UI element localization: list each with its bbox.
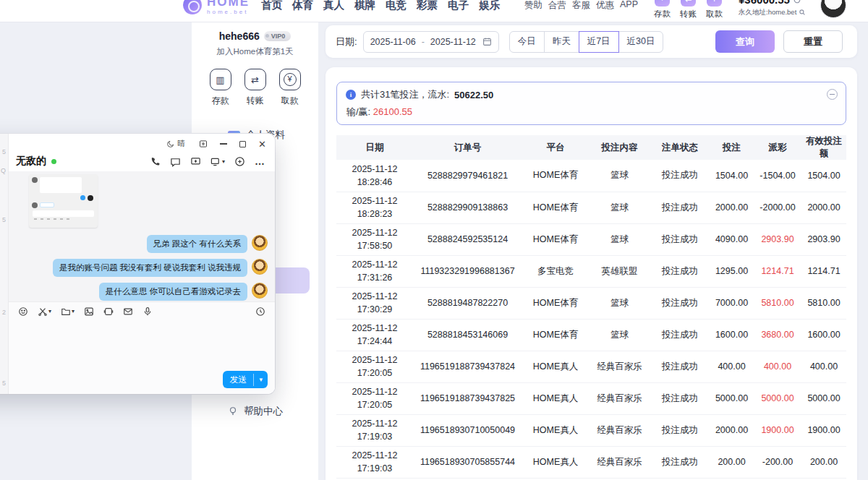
cell-status: 投注成功	[650, 287, 710, 319]
navbar-wallet-action[interactable]: 取款	[706, 0, 723, 20]
close-button[interactable]: ✕	[258, 140, 266, 149]
nav-link[interactable]: 首页	[261, 0, 282, 12]
chat-message: 是什么意思 你可以自己看游戏记录去	[16, 283, 268, 301]
secondary-link[interactable]: 优惠	[596, 0, 614, 12]
filter-bar: 日期: 2025-11-06 - 2025-11-12 今日昨天近7日近30日 …	[326, 25, 857, 58]
nav-link[interactable]: 棋牌	[354, 0, 375, 12]
message-bubble[interactable]: 是我的账号问题 我没有套利 硬说我套利 说我违规	[53, 259, 247, 277]
cell-date: 2025-11-1217:30:29	[336, 287, 413, 319]
records-panel: 共计31笔投注，流水: 50622.50 输/赢: 26100.55 日期订单号…	[326, 67, 857, 480]
range-button[interactable]: 近7日	[579, 31, 619, 53]
navbar-wallet-actions: 存款 转账 取款	[654, 0, 723, 20]
message-bubble[interactable]: 兄弟 跟这个 有什么关系	[147, 235, 247, 253]
nav-link[interactable]: 电子	[448, 0, 469, 12]
attachment-image[interactable]	[29, 174, 98, 228]
table-header-cell: 日期	[336, 135, 413, 160]
image-icon[interactable]	[84, 307, 94, 317]
send-options-caret[interactable]: ▾	[254, 376, 268, 383]
sidebar-quick-action[interactable]: 存款	[210, 69, 231, 107]
table-row[interactable]: 2025-11-1217:19:03 1196518930705855744 H…	[336, 446, 846, 478]
voice-call-icon[interactable]	[150, 156, 161, 167]
table-row[interactable]: 2025-11-1217:58:50 5288824592535124 HOME…	[336, 223, 846, 255]
collapse-icon[interactable]	[827, 89, 838, 100]
table-row[interactable]: 2025-11-1218:28:23 5288829909138863 HOME…	[336, 192, 846, 223]
range-button[interactable]: 今日	[509, 31, 545, 53]
date-range-input[interactable]: 2025-11-06 - 2025-11-12	[363, 31, 499, 53]
message-bubble[interactable]: 是什么意思 你可以自己看游戏记录去	[99, 283, 247, 301]
secondary-link[interactable]: 客服	[572, 0, 590, 12]
add-icon[interactable]	[234, 156, 245, 167]
cell-payout: 5000.00	[754, 382, 801, 414]
table-row[interactable]: 2025-11-1217:20:05 1196519188739437825 H…	[336, 382, 846, 414]
cell-date: 2025-11-1217:20:05	[336, 382, 413, 414]
reset-button[interactable]: 重置	[783, 30, 843, 53]
emoji-icon[interactable]	[18, 307, 28, 317]
nav-link[interactable]: 体育	[292, 0, 313, 12]
table-row[interactable]: 2025-11-1217:19:03 1196518930710050049 H…	[336, 414, 846, 446]
table-row[interactable]: 2025-11-1217:20:05 1196519188739437824 H…	[336, 351, 846, 382]
online-status-dot	[51, 159, 56, 164]
user-avatar[interactable]	[820, 0, 846, 18]
folder-icon[interactable]: ▾	[61, 307, 75, 317]
envelope-icon[interactable]	[123, 307, 133, 317]
cell-platform: HOME体育	[522, 287, 589, 319]
table-row[interactable]: 2025-11-1217:31:26 1119323291996881367 多…	[336, 255, 846, 287]
cell-bet: 1600.00	[710, 319, 754, 351]
send-button[interactable]: 发送 ▾	[223, 371, 268, 388]
secondary-link[interactable]: 合营	[548, 0, 566, 12]
cell-date: 2025-11-1217:24:44	[336, 319, 413, 351]
cell-bet: 4090.00	[710, 223, 754, 255]
layout-icon[interactable]	[199, 140, 208, 148]
cell-status: 投注成功	[650, 414, 710, 446]
vip-badge: VIP0	[264, 31, 292, 41]
sender-avatar	[252, 283, 268, 299]
site-logo[interactable]: HOME home.bet	[183, 0, 250, 15]
quick-range-group: 今日昨天近7日近30日	[509, 31, 664, 53]
screen-share-icon[interactable]	[190, 156, 201, 167]
screen-record-icon[interactable]	[103, 307, 114, 317]
turnover-value: 50622.50	[454, 90, 493, 100]
secondary-link[interactable]: 赞助	[524, 0, 542, 12]
nav-link[interactable]: 彩票	[417, 0, 438, 12]
cell-date: 2025-11-1217:58:50	[336, 223, 413, 255]
range-button[interactable]: 近30日	[618, 31, 664, 53]
cell-valid: 2903.90	[801, 223, 846, 255]
video-call-icon[interactable]	[170, 156, 181, 167]
nav-link[interactable]: 电竞	[386, 0, 407, 12]
table-row[interactable]: 2025-11-1218:28:46 5288829979461821 HOME…	[336, 160, 846, 192]
transfer-icon	[244, 69, 266, 90]
more-icon[interactable]: …	[255, 155, 265, 167]
table-row[interactable]: 2025-11-1217:24:44 5288818453146069 HOME…	[336, 319, 846, 351]
search-icon[interactable]	[799, 9, 806, 16]
sidebar-quick-action[interactable]: 转账	[244, 69, 266, 107]
maximize-button[interactable]	[239, 141, 246, 147]
sidebar-item-help[interactable]: 帮助中心	[228, 405, 283, 418]
cell-content: 经典百家乐	[589, 414, 650, 446]
range-button[interactable]: 昨天	[544, 31, 579, 53]
nav-link[interactable]: 娱乐	[479, 0, 500, 12]
table-row[interactable]: 2025-11-1217:30:29 5288819487822270 HOME…	[336, 287, 846, 319]
history-icon[interactable]	[255, 307, 265, 317]
cell-order: 1196518930710050049	[413, 414, 522, 446]
minimize-button[interactable]	[220, 143, 227, 145]
cell-valid: 5810.00	[801, 287, 846, 319]
secondary-link[interactable]: APP	[620, 0, 638, 12]
table-header-cell: 派彩	[754, 135, 801, 160]
cell-content: 经典百家乐	[589, 446, 650, 478]
nav-link[interactable]: 真人	[323, 0, 344, 12]
cell-bet: 2000.00	[710, 414, 754, 446]
refresh-icon[interactable]	[793, 0, 801, 4]
cell-order: 1196518930705855744	[413, 446, 522, 478]
remote-desktop-icon[interactable]: ▾	[210, 156, 225, 167]
cell-platform: HOME真人	[522, 446, 589, 478]
mic-icon[interactable]	[142, 307, 153, 317]
navbar-wallet-action[interactable]: 转账	[680, 0, 697, 20]
message-input[interactable]	[9, 320, 275, 365]
sidebar-quick-action[interactable]: 取款	[279, 69, 301, 107]
navbar-wallet-action[interactable]: 存款	[654, 0, 671, 20]
cell-date: 2025-11-1217:19:03	[336, 446, 413, 478]
query-button[interactable]: 查询	[715, 30, 775, 53]
scissors-icon[interactable]: ▾	[38, 307, 51, 317]
cell-order: 5288818453146069	[413, 319, 522, 351]
cell-platform: HOME体育	[522, 192, 589, 223]
